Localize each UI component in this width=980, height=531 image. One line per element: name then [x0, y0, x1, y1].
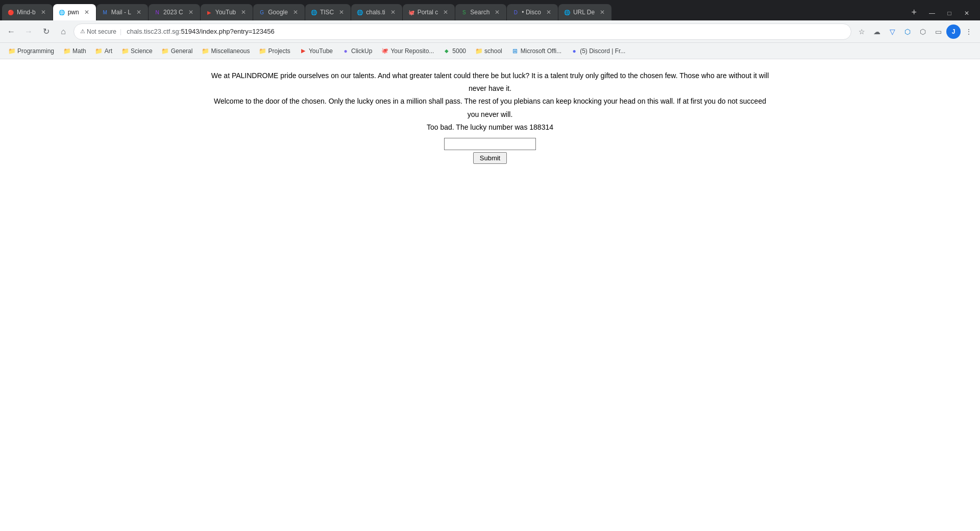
tab-close-icon[interactable]: ✕ [291, 8, 300, 16]
tab-favicon: 🌐 [58, 9, 65, 16]
tab-title: Portal c [418, 9, 438, 16]
tab-favicon: M [102, 9, 109, 16]
tab-favicon: D [512, 9, 519, 16]
tab-favicon: 🔴 [7, 9, 14, 16]
bookmark-label: Programming [17, 47, 54, 55]
lucky-number-input[interactable] [444, 138, 536, 150]
bookmark-label: 5000 [452, 47, 466, 55]
tab-search[interactable]: SSearch✕ [455, 4, 506, 20]
new-tab-button[interactable]: + [907, 4, 921, 20]
tab-title: Mail - L [111, 9, 131, 16]
tab-title: YouTub [215, 9, 236, 16]
toolbar-icons: ☆ ☁ ▽ ⬡ ⬡ ▭ J ⋮ [854, 25, 976, 39]
bookmark-label: school [484, 47, 502, 55]
bookmark-label: Math [72, 47, 86, 55]
tab-google[interactable]: GGoogle✕ [253, 4, 305, 20]
tab-close-icon[interactable]: ✕ [545, 8, 553, 16]
vpn-button[interactable]: ▽ [885, 25, 899, 39]
tablet-button[interactable]: ▭ [931, 25, 945, 39]
tab-title: Mind-b [17, 9, 36, 16]
bookmark-label: YouTube [309, 47, 333, 55]
security-icon: ⚠ Not secure | [80, 28, 124, 35]
tab-close-icon[interactable]: ✕ [239, 8, 248, 16]
tab-close-icon[interactable]: ✕ [598, 8, 606, 16]
tab-bar: 🔴Mind-b✕🌐pwn✕MMail - L✕N2023 C✕▶YouTub✕G… [0, 0, 980, 20]
bookmark-school[interactable]: 📁school [471, 46, 506, 56]
bookmark-label: General [171, 47, 193, 55]
tab-close-icon[interactable]: ✕ [442, 8, 450, 16]
tab-chals-ti[interactable]: 🌐chals.ti✕ [351, 4, 402, 20]
bookmark-label: (5) Discord | Fr... [580, 47, 625, 55]
form-area: Submit [444, 138, 536, 164]
tab-close-icon[interactable]: ✕ [39, 8, 47, 16]
home-button[interactable]: ⌂ [56, 25, 70, 39]
bookmark-discord-bm[interactable]: ●(5) Discord | Fr... [567, 46, 629, 56]
bookmark-science[interactable]: 📁Science [117, 46, 157, 56]
bookmark-icon: 🐙 [381, 47, 388, 55]
forward-button[interactable]: → [21, 25, 36, 39]
tab-pwn[interactable]: 🌐pwn✕ [53, 4, 96, 20]
bookmark-icon: 📁 [202, 47, 209, 55]
bookmark-label: Miscellaneous [211, 47, 250, 55]
tab-2023c[interactable]: N2023 C✕ [149, 4, 200, 20]
tab-mail[interactable]: MMail - L✕ [96, 4, 148, 20]
bookmark-programming[interactable]: 📁Programming [4, 46, 58, 56]
bookmark-icon: ● [571, 47, 578, 55]
bookmark-math[interactable]: 📁Math [59, 46, 90, 56]
tab-title: • Disco [522, 9, 541, 16]
edge-icon[interactable]: ⬡ [900, 25, 915, 39]
submit-button[interactable]: Submit [473, 152, 507, 164]
bookmark-icon: 📁 [8, 47, 15, 55]
bookmark-label: Art [105, 47, 112, 55]
profile-button[interactable]: J [946, 25, 961, 39]
bookmark-microsoft[interactable]: ⊞Microsoft Offi... [507, 46, 566, 56]
bookmark-clickup[interactable]: ●ClickUp [338, 46, 376, 56]
maximize-button[interactable]: □ [942, 6, 957, 20]
tab-close-icon[interactable]: ✕ [187, 8, 195, 16]
tab-tisc[interactable]: 🌐TISC✕ [305, 4, 351, 20]
tab-close-icon[interactable]: ✕ [135, 8, 143, 16]
tab-title: URL De [573, 9, 595, 16]
back-button[interactable]: ← [4, 25, 18, 39]
tab-portal[interactable]: 🐙Portal c✕ [403, 4, 455, 20]
tab-favicon: N [154, 9, 161, 16]
tab-close-icon[interactable]: ✕ [83, 8, 91, 16]
tab-title: pwn [68, 9, 79, 16]
bookmark-star-button[interactable]: ☆ [854, 25, 869, 39]
bookmark-label: Science [131, 47, 153, 55]
tab-youtube[interactable]: ▶YouTub✕ [201, 4, 253, 20]
menu-button[interactable]: ⋮ [962, 25, 976, 39]
extensions-button[interactable]: ⬡ [916, 25, 930, 39]
bookmark-youtube-bm[interactable]: ▶YouTube [296, 46, 337, 56]
bookmark-art[interactable]: 📁Art [91, 46, 116, 56]
bookmark-projects[interactable]: 📁Projects [255, 46, 295, 56]
tab-favicon: ▶ [206, 9, 213, 16]
bookmark-icon: 📁 [121, 47, 129, 55]
bookmark-5000[interactable]: ◆5000 [439, 46, 470, 56]
tab-disco[interactable]: D• Disco✕ [507, 4, 558, 20]
bookmark-icon: ● [342, 47, 349, 55]
bookmark-general[interactable]: 📁General [158, 46, 197, 56]
tab-favicon: 🌐 [310, 9, 317, 16]
url-bar[interactable]: ⚠ Not secure | chals.tisc23.ctf.sg:51943… [74, 23, 851, 40]
tab-close-icon[interactable]: ✕ [337, 8, 346, 16]
bookmark-your-repo[interactable]: 🐙Your Reposito... [377, 46, 438, 56]
bookmark-miscellaneous[interactable]: 📁Miscellaneous [198, 46, 254, 56]
cloud-button[interactable]: ☁ [870, 25, 884, 39]
bookmark-icon: 📁 [63, 47, 70, 55]
tab-mind-b[interactable]: 🔴Mind-b✕ [2, 4, 53, 20]
close-window-button[interactable]: ✕ [960, 6, 974, 20]
bookmark-icon: 📁 [259, 47, 266, 55]
bookmark-icon: 📁 [162, 47, 169, 55]
bookmark-icon: ⊞ [511, 47, 519, 55]
url-domain: chals.tisc23.ctf.sg: [127, 28, 181, 35]
tab-favicon: 🌐 [356, 9, 363, 16]
refresh-button[interactable]: ↻ [39, 25, 53, 39]
paragraph2: Welcome to the door of the chosen. Only … [209, 95, 771, 120]
tab-close-icon[interactable]: ✕ [389, 8, 397, 16]
tab-url-de[interactable]: 🌐URL De✕ [558, 4, 611, 20]
tab-title: Google [268, 9, 288, 16]
tab-close-icon[interactable]: ✕ [493, 8, 501, 16]
tab-title: Search [470, 9, 489, 16]
minimize-button[interactable]: — [925, 6, 939, 20]
